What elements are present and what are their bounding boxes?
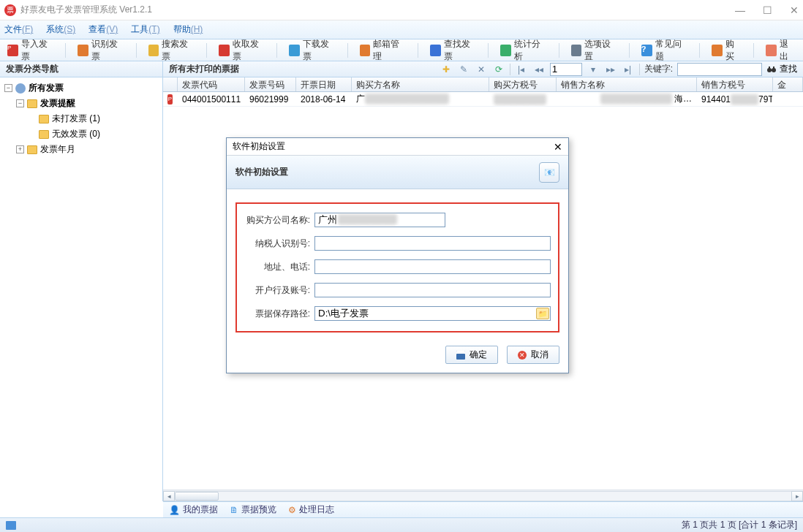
column-amount[interactable]: 金 xyxy=(773,77,803,91)
column-seller[interactable]: 销售方名称 xyxy=(557,77,697,91)
page-input[interactable] xyxy=(550,63,582,76)
window-maximize-button[interactable]: ☐ xyxy=(763,4,772,16)
toolbar-mailbox[interactable]: 邮箱管理 xyxy=(357,37,409,64)
menu-system[interactable]: 系统(S) xyxy=(46,23,75,36)
scroll-left-button[interactable]: ◂ xyxy=(163,491,175,501)
column-date[interactable]: 开票日期 xyxy=(296,77,352,91)
search-icon xyxy=(148,45,159,56)
toolbar-receive[interactable]: 收取发票 xyxy=(216,37,268,64)
mail-settings-icon: 📧 xyxy=(539,162,559,183)
addr-label: 地址、电话: xyxy=(244,261,314,273)
dialog-close-button[interactable]: ✕ xyxy=(554,141,562,153)
menu-view[interactable]: 查看(V) xyxy=(88,23,118,36)
toolbar-recognize[interactable]: 识别发票 xyxy=(75,37,127,64)
exit-icon xyxy=(766,45,777,56)
menu-tools[interactable]: 工具(T) xyxy=(131,23,159,36)
taxid-input[interactable] xyxy=(314,236,551,251)
tab-log[interactable]: ⚙处理日志 xyxy=(288,503,334,516)
browse-folder-button[interactable]: 📁 xyxy=(536,308,549,319)
cell-sellertax: 914401████79T xyxy=(697,93,773,106)
column-buyer[interactable]: 购买方名称 xyxy=(352,77,489,91)
scroll-right-button[interactable]: ▸ xyxy=(791,491,803,501)
dialog-banner: 软件初始设置 📧 xyxy=(227,156,568,189)
refresh-button[interactable]: ⟳ xyxy=(492,63,505,76)
tree-reminder[interactable]: −发票提醒 xyxy=(16,96,161,111)
path-label: 票据保存路径: xyxy=(244,308,314,320)
toolbar-faq[interactable]: ?常见问题 xyxy=(638,37,690,64)
tree-unprinted[interactable]: 未打发票 (1) xyxy=(28,111,161,126)
nav-title: 发票分类导航 xyxy=(0,61,162,77)
menu-file[interactable]: 文件(F) xyxy=(4,23,33,36)
options-icon xyxy=(571,45,582,56)
scan-icon xyxy=(78,45,88,56)
app-title: 好票友电子发票管理系统 Ver1.2.1 xyxy=(20,4,152,16)
window-close-button[interactable]: ✕ xyxy=(790,4,799,16)
dialog-titlebar[interactable]: 软件初始设置 ✕ xyxy=(227,138,568,156)
save-icon xyxy=(456,351,465,360)
column-sellertax[interactable]: 销售方税号 xyxy=(697,77,773,91)
page-first-button[interactable]: |◂ xyxy=(515,63,528,76)
folder-icon xyxy=(27,99,37,108)
page-dropdown[interactable]: ▾ xyxy=(587,63,600,76)
toolbar-buy[interactable]: 购买 xyxy=(709,37,744,64)
grid-header: 发票代码 发票号码 开票日期 购买方名称 购买方税号 销售方名称 销售方税号 金 xyxy=(163,77,803,92)
nav-tree: −所有发票 −发票提醒 未打发票 (1) 无效发票 (0) +发票年月 xyxy=(0,77,162,160)
page-next-button[interactable]: ▸▸ xyxy=(604,63,617,76)
find-icon xyxy=(430,45,441,56)
addr-input[interactable] xyxy=(314,259,551,274)
form-highlight-box: 购买方公司名称: █████████ 纳税人识别号: 地址、电话: 开户行及账号… xyxy=(235,202,559,332)
buy-icon xyxy=(712,45,723,56)
menu-help[interactable]: 帮助(H) xyxy=(173,23,203,36)
toolbar-options[interactable]: 选项设置 xyxy=(568,37,620,64)
cell-seller: ███████████ 海… xyxy=(557,91,697,107)
binoculars-icon xyxy=(766,65,777,74)
expand-icon[interactable]: + xyxy=(16,145,24,153)
invoice-icon xyxy=(15,83,26,94)
add-button[interactable]: ✚ xyxy=(440,63,453,76)
path-input[interactable] xyxy=(314,306,551,321)
keyword-input[interactable] xyxy=(677,63,762,76)
ok-button[interactable]: 确定 xyxy=(445,346,498,364)
page-prev-button[interactable]: ◂◂ xyxy=(532,63,546,76)
toolbar-exit[interactable]: 退出 xyxy=(763,37,799,64)
cell-buyertax: ████████ xyxy=(489,93,557,106)
tree-root[interactable]: −所有发票 xyxy=(4,80,161,96)
cancel-button[interactable]: ✕取消 xyxy=(507,346,559,364)
tree-invalid[interactable]: 无效发票 (0) xyxy=(28,126,161,142)
toolbar-import[interactable]: P导入发票 xyxy=(4,37,56,64)
bank-input[interactable] xyxy=(314,283,551,297)
window-minimize-button[interactable]: — xyxy=(735,4,745,16)
cancel-icon: ✕ xyxy=(518,351,527,360)
delete-button[interactable]: ✕ xyxy=(475,63,488,76)
collapse-icon[interactable]: − xyxy=(4,84,12,92)
column-num[interactable]: 发票号码 xyxy=(245,77,296,91)
toolbar-download[interactable]: 下载发票 xyxy=(286,37,338,64)
horizontal-scrollbar[interactable]: ◂ ▸ xyxy=(163,490,803,501)
svg-rect-2 xyxy=(769,66,770,69)
collapse-icon[interactable]: − xyxy=(16,99,24,107)
tab-preview[interactable]: 🗎票据预览 xyxy=(230,503,276,516)
column-buyertax[interactable]: 购买方税号 xyxy=(489,77,557,91)
bank-label: 开户行及账号: xyxy=(244,284,314,297)
toolbar: P导入发票 识别发票 搜索发票 收取发票 下载发票 邮箱管理 查找发票 统计分析… xyxy=(0,39,803,61)
tab-mytickets[interactable]: 👤我的票据 xyxy=(169,503,218,516)
toolbar-search[interactable]: 搜索发票 xyxy=(146,37,197,64)
toolbar-stats[interactable]: 统计分析 xyxy=(497,37,549,64)
init-settings-dialog: 软件初始设置 ✕ 软件初始设置 📧 购买方公司名称: █████████ 纳税人… xyxy=(226,137,569,373)
table-row[interactable]: P 044001500111 96021999 2018-06-14 广████… xyxy=(163,92,803,107)
nav-pane: 发票分类导航 −所有发票 −发票提醒 未打发票 (1) 无效发票 (0) +发票… xyxy=(0,61,163,501)
inbox-icon xyxy=(219,45,230,56)
cell-code: 044001500111 xyxy=(178,93,245,106)
toolbar-find[interactable]: 查找发票 xyxy=(427,37,479,64)
edit-button[interactable]: ✎ xyxy=(457,63,470,76)
tree-byyear[interactable]: +发票年月 xyxy=(16,142,161,157)
download-icon xyxy=(289,45,300,56)
search-button[interactable]: 查找 xyxy=(766,63,797,75)
column-code[interactable]: 发票代码 xyxy=(178,77,245,91)
pdf-icon: P xyxy=(7,45,18,56)
grid: 发票代码 发票号码 开票日期 购买方名称 购买方税号 销售方名称 销售方税号 金… xyxy=(163,77,803,107)
bottom-tabs: 👤我的票据 🗎票据预览 ⚙处理日志 xyxy=(163,501,803,517)
titlebar: 票 好票友电子发票管理系统 Ver1.2.1 — ☐ ✕ xyxy=(0,0,803,20)
page-info: 第 1 页共 1 页 [合计 1 条记录] xyxy=(682,519,797,531)
page-last-button[interactable]: ▸| xyxy=(622,63,635,76)
